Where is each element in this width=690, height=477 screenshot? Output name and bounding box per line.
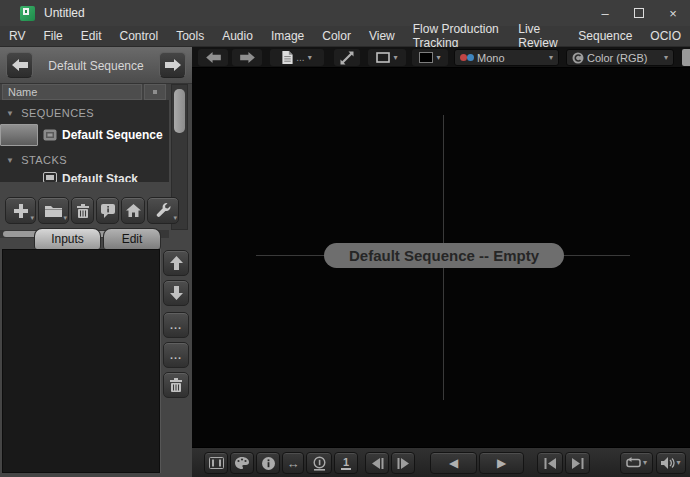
toolbar-overflow-handle[interactable] (682, 49, 690, 66)
settings-wrench-button[interactable]: ▾ (147, 197, 179, 224)
rv-application-window: Untitled – × RV File Edit Control Tools … (0, 0, 690, 477)
remove-input-button[interactable] (163, 372, 189, 398)
go-to-end-button[interactable] (565, 452, 590, 474)
play-forward-button[interactable]: ▶ (479, 452, 524, 474)
timecode-display-button[interactable] (306, 452, 332, 474)
plus-icon (14, 204, 28, 218)
title-bar: Untitled – × (0, 0, 690, 26)
expander-icon[interactable]: ▼ (6, 156, 14, 165)
black-swatch-icon (419, 52, 433, 63)
add-view-button[interactable]: ▾ (5, 197, 36, 224)
view-mask-button[interactable]: ▾ (368, 49, 406, 66)
menu-ocio[interactable]: OCIO (641, 26, 690, 47)
speaker-icon (661, 457, 675, 469)
channel-display-dropdown[interactable]: Color (RGB) ▾ (566, 49, 674, 66)
delete-view-button[interactable] (71, 197, 94, 224)
menu-audio[interactable]: Audio (213, 26, 262, 47)
menu-file[interactable]: File (34, 26, 71, 47)
dropdown-caret-icon: ▾ (173, 214, 177, 222)
viewport-top-toolbar: ... ▾ ▾ ▾ Mono ▾ (192, 47, 690, 68)
name-column-header[interactable]: Name (2, 84, 142, 100)
step-forward-icon (397, 458, 410, 469)
session-nav-header: Default Sequence (0, 47, 192, 84)
ellipsis-icon: ... (170, 352, 182, 358)
history-forward-button[interactable] (232, 49, 262, 66)
channel-mode-value: Color (RGB) (587, 52, 648, 64)
menu-image[interactable]: Image (262, 26, 313, 47)
frame-rect-icon (376, 52, 390, 63)
tab-inputs[interactable]: Inputs (34, 228, 101, 249)
history-back-button[interactable] (198, 49, 228, 66)
inputs-list[interactable] (2, 249, 160, 473)
sequences-section-row[interactable]: ▼ SEQUENCES (6, 105, 94, 121)
menu-tools[interactable]: Tools (167, 26, 213, 47)
tree-row-default-stack[interactable]: Default Stack (0, 170, 169, 182)
dropdown-caret-icon: ▾ (643, 459, 647, 467)
in-out-range-button[interactable]: ↔ (282, 452, 304, 474)
menu-sequence[interactable]: Sequence (569, 26, 641, 47)
annotation-button[interactable] (96, 197, 119, 224)
open-folder-button[interactable]: ▾ (38, 197, 69, 224)
playback-toolbar: ↔ 1 (192, 447, 690, 477)
image-info-button[interactable] (256, 452, 280, 474)
audio-volume-button[interactable]: ▾ (656, 452, 686, 474)
background-pattern-button[interactable]: ▾ (412, 49, 448, 66)
stacks-section-row[interactable]: ▼ STACKS (6, 152, 67, 168)
next-marked-frame-button[interactable] (391, 452, 415, 474)
dropdown-caret-icon: ▾ (393, 54, 397, 62)
section-label: STACKS (21, 154, 67, 166)
play-backward-button[interactable]: ◀ (430, 452, 477, 474)
session-document-button[interactable]: ... ▾ (270, 49, 324, 66)
frame-number-button[interactable]: 1 (334, 452, 358, 474)
home-button[interactable] (121, 197, 145, 224)
go-to-start-button[interactable] (537, 452, 563, 474)
menu-control[interactable]: Control (110, 26, 167, 47)
section-label: SEQUENCES (21, 107, 94, 119)
menu-live-review[interactable]: Live Review (509, 26, 569, 47)
block-arrow-right-icon (165, 59, 181, 71)
vertical-scrollbar-thumb[interactable] (174, 89, 185, 133)
dropdown-caret-icon: ▾ (63, 214, 67, 222)
move-input-down-button[interactable] (163, 280, 189, 306)
image-viewport[interactable]: ... ▾ ▾ ▾ Mono ▾ (192, 47, 690, 477)
menu-color[interactable]: Color (313, 26, 360, 47)
info-bubble-icon (101, 204, 115, 218)
status-column-header[interactable] (144, 84, 166, 100)
loop-mode-button[interactable]: ▾ (620, 452, 653, 474)
close-button[interactable]: × (656, 0, 690, 26)
input-options-button-2[interactable]: ... (163, 342, 189, 368)
menu-edit[interactable]: Edit (72, 26, 111, 47)
nav-next-view-button[interactable] (159, 52, 186, 78)
color-tools-button[interactable] (230, 452, 254, 474)
skip-to-end-icon (571, 458, 584, 469)
tree-item-label: Default Stack (62, 172, 138, 182)
move-input-up-button[interactable] (163, 250, 189, 276)
input-options-button[interactable]: ... (163, 312, 189, 338)
tab-edit[interactable]: Edit (103, 228, 161, 249)
expander-icon[interactable]: ▼ (6, 109, 14, 118)
minimize-button[interactable]: – (588, 0, 622, 26)
tree-row-default-sequence[interactable]: Default Sequence (0, 123, 169, 147)
step-back-icon (371, 458, 384, 469)
diagonal-arrows-icon (340, 51, 354, 65)
prev-marked-frame-button[interactable] (365, 452, 389, 474)
block-arrow-right-icon (240, 52, 255, 63)
play-back-icon: ◀ (449, 457, 458, 469)
document-icon (282, 51, 293, 64)
menu-flow-production-tracking[interactable]: Flow Production Tracking (404, 26, 510, 47)
sync-tool-button[interactable] (334, 49, 360, 66)
stereo-mode-dropdown[interactable]: Mono ▾ (454, 49, 559, 66)
palette-icon (235, 457, 249, 469)
menu-rv[interactable]: RV (0, 26, 34, 47)
menu-view[interactable]: View (360, 26, 404, 47)
ellipsis-icon: ... (296, 55, 304, 61)
trash-icon (77, 204, 89, 218)
maximize-button[interactable] (622, 0, 656, 26)
session-browser-tree[interactable]: ▼ SEQUENCES Default Sequence ▼ STACKS De… (0, 100, 169, 182)
stack-icon (43, 172, 57, 182)
up-arrow-icon (170, 256, 183, 270)
timeline-toggle-button[interactable] (204, 452, 228, 474)
stereo-left-eye-icon (460, 54, 467, 61)
nav-previous-view-button[interactable] (6, 52, 33, 78)
dropdown-caret-icon: ▾ (308, 54, 312, 62)
